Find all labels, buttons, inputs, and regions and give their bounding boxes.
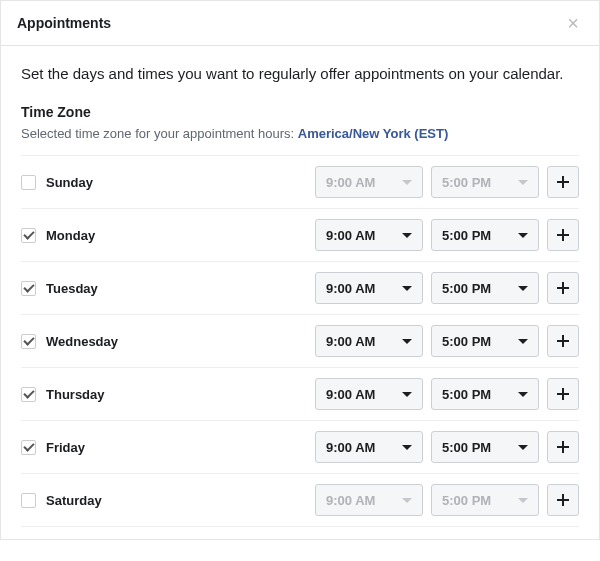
start-time-select[interactable]: 9:00 AM (315, 166, 423, 198)
day-name: Monday (46, 228, 307, 243)
modal-title: Appointments (17, 15, 111, 31)
chevron-down-icon (518, 286, 528, 291)
start-time-select[interactable]: 9:00 AM (315, 378, 423, 410)
chevron-down-icon (518, 180, 528, 185)
appointments-modal: Appointments × Set the days and times yo… (0, 0, 600, 540)
intro-text: Set the days and times you want to regul… (21, 64, 579, 84)
day-name: Thursday (46, 387, 307, 402)
chevron-down-icon (402, 180, 412, 185)
chevron-down-icon (402, 339, 412, 344)
close-icon[interactable]: × (563, 13, 583, 33)
start-time-value: 9:00 AM (326, 334, 375, 349)
end-time-select[interactable]: 5:00 PM (431, 484, 539, 516)
end-time-select[interactable]: 5:00 PM (431, 272, 539, 304)
day-row: Friday9:00 AM5:00 PM (21, 421, 579, 474)
plus-icon (557, 335, 569, 347)
chevron-down-icon (518, 233, 528, 238)
end-time-select[interactable]: 5:00 PM (431, 431, 539, 463)
day-row: Wednesday9:00 AM5:00 PM (21, 315, 579, 368)
day-row: Sunday9:00 AM5:00 PM (21, 156, 579, 209)
plus-icon (557, 282, 569, 294)
plus-icon (557, 176, 569, 188)
start-time-select[interactable]: 9:00 AM (315, 431, 423, 463)
start-time-value: 9:00 AM (326, 387, 375, 402)
end-time-select[interactable]: 5:00 PM (431, 378, 539, 410)
plus-icon (557, 388, 569, 400)
end-time-value: 5:00 PM (442, 493, 491, 508)
start-time-value: 9:00 AM (326, 228, 375, 243)
end-time-value: 5:00 PM (442, 334, 491, 349)
timezone-subtext-text: Selected time zone for your appointment … (21, 126, 298, 141)
end-time-value: 5:00 PM (442, 175, 491, 190)
chevron-down-icon (518, 339, 528, 344)
modal-header: Appointments × (1, 1, 599, 46)
add-slot-button[interactable] (547, 272, 579, 304)
add-slot-button[interactable] (547, 484, 579, 516)
start-time-value: 9:00 AM (326, 281, 375, 296)
day-checkbox[interactable] (21, 493, 36, 508)
start-time-value: 9:00 AM (326, 493, 375, 508)
chevron-down-icon (402, 445, 412, 450)
plus-icon (557, 494, 569, 506)
add-slot-button[interactable] (547, 166, 579, 198)
end-time-value: 5:00 PM (442, 440, 491, 455)
start-time-select[interactable]: 9:00 AM (315, 272, 423, 304)
day-checkbox[interactable] (21, 440, 36, 455)
chevron-down-icon (402, 286, 412, 291)
day-name: Friday (46, 440, 307, 455)
chevron-down-icon (402, 392, 412, 397)
day-checkbox[interactable] (21, 334, 36, 349)
timezone-label: Time Zone (21, 104, 579, 120)
start-time-value: 9:00 AM (326, 440, 375, 455)
day-checkbox[interactable] (21, 387, 36, 402)
plus-icon (557, 441, 569, 453)
days-list: Sunday9:00 AM5:00 PMMonday9:00 AM5:00 PM… (21, 155, 579, 527)
end-time-value: 5:00 PM (442, 281, 491, 296)
end-time-value: 5:00 PM (442, 387, 491, 402)
day-name: Sunday (46, 175, 307, 190)
modal-body: Set the days and times you want to regul… (1, 46, 599, 539)
day-row: Saturday9:00 AM5:00 PM (21, 474, 579, 527)
day-name: Wednesday (46, 334, 307, 349)
chevron-down-icon (518, 392, 528, 397)
add-slot-button[interactable] (547, 325, 579, 357)
add-slot-button[interactable] (547, 219, 579, 251)
day-row: Thursday9:00 AM5:00 PM (21, 368, 579, 421)
day-row: Monday9:00 AM5:00 PM (21, 209, 579, 262)
end-time-select[interactable]: 5:00 PM (431, 219, 539, 251)
end-time-select[interactable]: 5:00 PM (431, 325, 539, 357)
start-time-select[interactable]: 9:00 AM (315, 219, 423, 251)
start-time-select[interactable]: 9:00 AM (315, 484, 423, 516)
day-name: Tuesday (46, 281, 307, 296)
chevron-down-icon (402, 233, 412, 238)
timezone-link[interactable]: America/New York (EST) (298, 126, 449, 141)
add-slot-button[interactable] (547, 431, 579, 463)
end-time-value: 5:00 PM (442, 228, 491, 243)
start-time-value: 9:00 AM (326, 175, 375, 190)
day-checkbox[interactable] (21, 175, 36, 190)
chevron-down-icon (518, 445, 528, 450)
chevron-down-icon (402, 498, 412, 503)
end-time-select[interactable]: 5:00 PM (431, 166, 539, 198)
timezone-subtext: Selected time zone for your appointment … (21, 126, 579, 141)
plus-icon (557, 229, 569, 241)
chevron-down-icon (518, 498, 528, 503)
start-time-select[interactable]: 9:00 AM (315, 325, 423, 357)
day-name: Saturday (46, 493, 307, 508)
day-checkbox[interactable] (21, 228, 36, 243)
day-checkbox[interactable] (21, 281, 36, 296)
add-slot-button[interactable] (547, 378, 579, 410)
day-row: Tuesday9:00 AM5:00 PM (21, 262, 579, 315)
